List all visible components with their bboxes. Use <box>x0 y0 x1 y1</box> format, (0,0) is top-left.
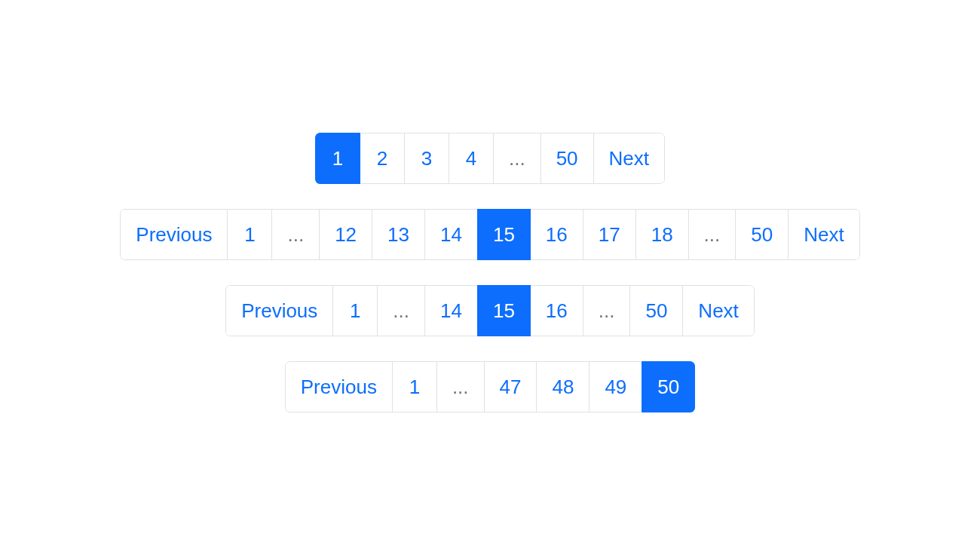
previous-link[interactable]: Previous <box>120 209 228 260</box>
page-link-48[interactable]: 48 <box>536 361 590 412</box>
page-item-15: 15 <box>478 209 531 260</box>
pagination-4: Previous1...47484950 <box>120 361 859 412</box>
page-link-50[interactable]: 50 <box>541 133 594 184</box>
page-item-1: 1 <box>393 361 437 412</box>
ellipsis-label: ... <box>377 285 425 336</box>
page-link-50[interactable]: 50 <box>629 285 683 336</box>
pagination-list: Previous1...141516...50Next <box>225 285 755 336</box>
page-item-1: 1 <box>315 133 360 184</box>
page-item-1: 1 <box>333 285 378 336</box>
ellipsis: ... <box>689 209 737 260</box>
pagination-list: 1234...50Next <box>315 133 665 184</box>
page-item-16: 16 <box>531 285 583 336</box>
page-link-13[interactable]: 13 <box>372 209 425 260</box>
page-item-47: 47 <box>485 361 537 412</box>
next-link[interactable]: Next <box>593 133 665 184</box>
page-item-15: 15 <box>478 285 531 336</box>
pagination-1: 1234...50Next <box>120 133 859 184</box>
page-link-47[interactable]: 47 <box>484 361 537 412</box>
page-link-3[interactable]: 3 <box>404 133 449 184</box>
page-link-2[interactable]: 2 <box>360 133 405 184</box>
ellipsis: ... <box>494 133 541 184</box>
page-link-50[interactable]: 50 <box>642 361 695 412</box>
page-item-1: 1 <box>228 209 272 260</box>
previous-button: Previous <box>120 209 228 260</box>
previous-button: Previous <box>225 285 333 336</box>
next-button: Next <box>594 133 665 184</box>
page-link-12[interactable]: 12 <box>319 209 372 260</box>
previous-link[interactable]: Previous <box>285 361 393 412</box>
page-link-14[interactable]: 14 <box>424 285 478 336</box>
ellipsis: ... <box>583 285 631 336</box>
page-link-49[interactable]: 49 <box>589 361 642 412</box>
page-item-50: 50 <box>541 133 594 184</box>
ellipsis: ... <box>437 361 485 412</box>
page-item-13: 13 <box>372 209 425 260</box>
page-link-50[interactable]: 50 <box>735 209 789 260</box>
pagination-list: Previous1...47484950 <box>285 361 696 412</box>
page-link-15[interactable]: 15 <box>477 209 531 260</box>
ellipsis: ... <box>272 209 320 260</box>
ellipsis-label: ... <box>271 209 320 260</box>
page-link-1[interactable]: 1 <box>332 285 378 336</box>
page-item-50: 50 <box>736 209 789 260</box>
page-link-14[interactable]: 14 <box>424 209 478 260</box>
page-link-1[interactable]: 1 <box>227 209 272 260</box>
next-button: Next <box>789 209 859 260</box>
page-link-1[interactable]: 1 <box>315 133 360 184</box>
page-link-4[interactable]: 4 <box>449 133 494 184</box>
page-item-12: 12 <box>320 209 372 260</box>
page-item-18: 18 <box>636 209 689 260</box>
page-item-50: 50 <box>630 285 683 336</box>
ellipsis-label: ... <box>688 209 737 260</box>
next-link[interactable]: Next <box>788 209 859 260</box>
pagination-3: Previous1...141516...50Next <box>120 285 859 336</box>
page-link-1[interactable]: 1 <box>392 361 437 412</box>
page-item-2: 2 <box>360 133 405 184</box>
previous-button: Previous <box>285 361 393 412</box>
page-item-49: 49 <box>590 361 642 412</box>
page-item-4: 4 <box>449 133 494 184</box>
page-link-17[interactable]: 17 <box>583 209 636 260</box>
page-item-14: 14 <box>425 285 478 336</box>
ellipsis-label: ... <box>583 285 631 336</box>
page-item-17: 17 <box>583 209 636 260</box>
page-link-15[interactable]: 15 <box>477 285 531 336</box>
page-link-16[interactable]: 16 <box>530 285 583 336</box>
ellipsis-label: ... <box>493 133 541 184</box>
pagination-2: Previous1...12131415161718...50Next <box>120 209 859 260</box>
next-link[interactable]: Next <box>682 285 754 336</box>
page-item-3: 3 <box>405 133 449 184</box>
page-item-50: 50 <box>642 361 695 412</box>
pagination-list: Previous1...12131415161718...50Next <box>120 209 859 260</box>
ellipsis-label: ... <box>436 361 485 412</box>
page-item-16: 16 <box>531 209 583 260</box>
page-link-16[interactable]: 16 <box>530 209 583 260</box>
page-item-48: 48 <box>537 361 590 412</box>
page-link-18[interactable]: 18 <box>635 209 689 260</box>
previous-link[interactable]: Previous <box>225 285 333 336</box>
next-button: Next <box>683 285 754 336</box>
page-item-14: 14 <box>425 209 478 260</box>
ellipsis: ... <box>378 285 425 336</box>
